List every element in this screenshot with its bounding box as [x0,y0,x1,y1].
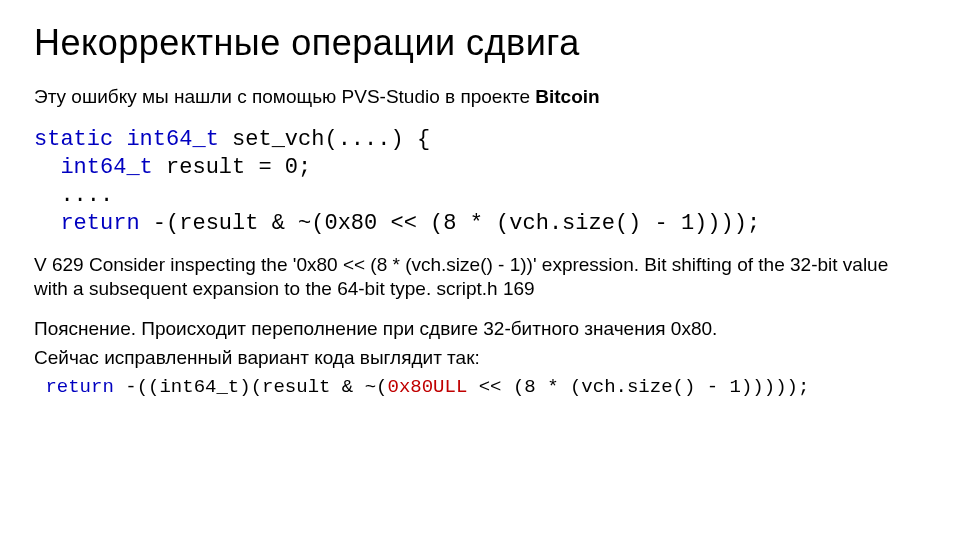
diagnostic-text: V 629 Consider inspecting the '0x80 << (… [34,253,926,302]
code-keyword: static [34,127,113,152]
explanation-line: Сейчас исправленный вариант кода выгляди… [34,346,926,371]
code-keyword: return [60,211,139,236]
code-text: -((int64_t)(result & ~( [114,376,388,398]
fixed-code: return -((int64_t)(result & ~(0x80ULL <<… [34,375,926,400]
code-text: .... [34,183,113,208]
code-text: result = 0; [153,155,311,180]
code-block: static int64_t set_vch(....) { int64_t r… [34,126,926,239]
slide-title: Некорректные операции сдвига [34,22,926,64]
code-highlight: 0x80ULL [387,376,467,398]
code-text: << (8 * (vch.size() - 1))))); [467,376,809,398]
subtitle-text: Эту ошибку мы нашли с помощью PVS-Studio… [34,86,535,107]
explanation-line: Пояснение. Происходит переполнение при с… [34,317,926,342]
slide-subtitle: Эту ошибку мы нашли с помощью PVS-Studio… [34,86,926,108]
code-text: set_vch(....) { [219,127,430,152]
code-keyword: return [45,376,113,398]
slide: Некорректные операции сдвига Эту ошибку … [0,0,960,409]
code-text: -(result & ~(0x80 << (8 * (vch.size() - … [140,211,761,236]
code-keyword: int64_t [60,155,152,180]
code-keyword: int64_t [126,127,218,152]
subtitle-bold: Bitcoin [535,86,599,107]
